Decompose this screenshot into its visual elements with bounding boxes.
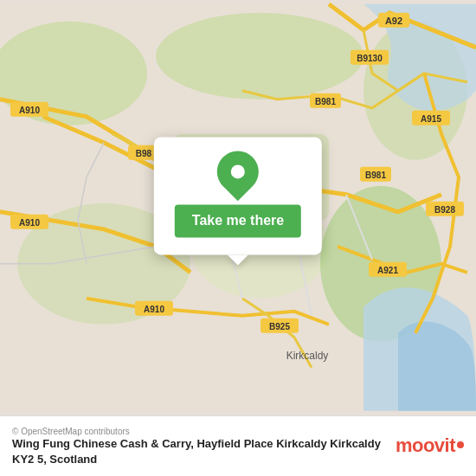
svg-text:B98: B98 xyxy=(136,149,152,158)
svg-text:B925: B925 xyxy=(269,322,290,331)
location-info: © OpenStreetMap contributors Wing Fung C… xyxy=(12,425,385,467)
svg-text:B928: B928 xyxy=(434,205,455,215)
svg-text:A915: A915 xyxy=(421,114,441,124)
svg-text:A92: A92 xyxy=(385,16,402,26)
moovit-logo-text: moovit xyxy=(396,434,455,457)
moovit-logo: moovit xyxy=(396,434,464,457)
map-popup: Take me there xyxy=(154,137,322,254)
info-bar: © OpenStreetMap contributors Wing Fung C… xyxy=(0,415,476,476)
svg-text:B9130: B9130 xyxy=(357,54,383,63)
svg-text:A910: A910 xyxy=(19,106,40,115)
svg-point-2 xyxy=(156,13,363,100)
svg-text:B981: B981 xyxy=(365,170,386,180)
svg-text:A910: A910 xyxy=(144,305,164,314)
location-pin-icon xyxy=(209,142,267,201)
svg-text:A910: A910 xyxy=(19,218,40,228)
take-me-there-button[interactable]: Take me there xyxy=(175,204,301,237)
osm-attribution: © OpenStreetMap contributors xyxy=(12,427,385,436)
svg-text:Kirkcaldy: Kirkcaldy xyxy=(286,350,329,362)
svg-text:A921: A921 xyxy=(377,266,398,275)
popup-tail xyxy=(228,254,248,265)
map-container[interactable]: A92 B9130 A915 B981 A910 B98 B981 B928 A… xyxy=(0,0,476,415)
svg-text:B981: B981 xyxy=(315,97,336,106)
moovit-dot xyxy=(457,441,464,448)
app: A92 B9130 A915 B981 A910 B98 B981 B928 A… xyxy=(0,0,476,476)
location-name: Wing Fung Chinese Cash & Carry, Hayfield… xyxy=(12,436,385,467)
